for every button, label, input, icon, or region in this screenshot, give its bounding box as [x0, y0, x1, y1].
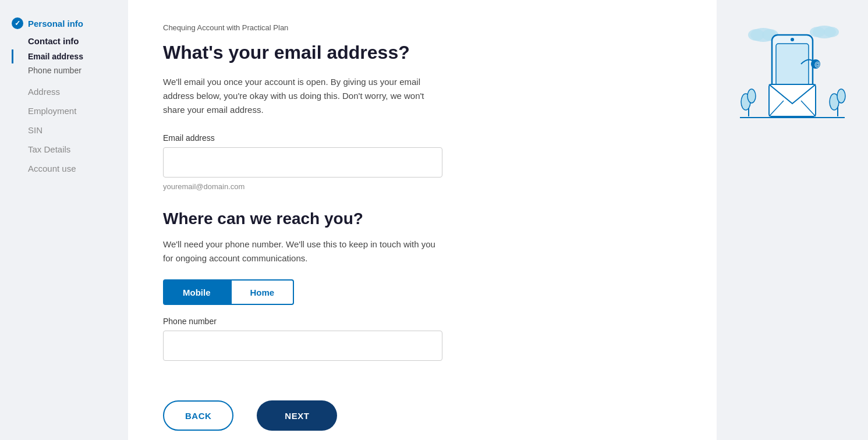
phone-input[interactable] — [163, 331, 442, 361]
svg-point-18 — [837, 89, 845, 103]
svg-point-15 — [747, 89, 756, 103]
email-section-title: What's your email address? — [163, 41, 682, 63]
svg-rect-7 — [776, 44, 809, 90]
svg-text:@: @ — [814, 61, 820, 68]
main-content: Chequing Account with Practical Plan Wha… — [128, 0, 717, 440]
illustration-panel: @ — [717, 0, 868, 440]
phone-section-description: We'll need your phone number. We'll use … — [163, 237, 442, 265]
sidebar-item-account-use[interactable]: Account use — [12, 159, 116, 178]
sidebar-item-sin[interactable]: SIN — [12, 120, 116, 140]
svg-point-5 — [824, 27, 839, 37]
account-use-label: Account use — [28, 164, 76, 173]
phone-number-label: Phone number — [28, 66, 82, 75]
sidebar-subitem-email[interactable]: Email address — [12, 49, 116, 63]
employment-label: Employment — [28, 106, 76, 116]
sidebar-subitem-phone[interactable]: Phone number — [12, 63, 116, 77]
check-icon — [12, 17, 23, 29]
svg-rect-10 — [769, 84, 816, 116]
contact-info-label: Contact info — [12, 36, 116, 46]
tab-mobile-label: Mobile — [183, 288, 211, 297]
sidebar: Personal info Contact info Email address… — [0, 0, 128, 440]
tab-home-label: Home — [250, 288, 275, 297]
next-button[interactable]: NEXT — [257, 400, 337, 431]
personal-info-label: Personal info — [28, 19, 83, 29]
sin-label: SIN — [28, 125, 42, 135]
section-divider — [163, 191, 682, 210]
svg-point-8 — [791, 38, 794, 41]
tab-mobile[interactable]: Mobile — [163, 279, 231, 305]
sidebar-item-address[interactable]: Address — [12, 82, 116, 101]
tax-details-label: Tax Details — [28, 144, 70, 154]
svg-point-4 — [810, 27, 825, 37]
tab-home[interactable]: Home — [231, 279, 295, 305]
account-type-label: Chequing Account with Practical Plan — [163, 23, 682, 32]
email-hint: youremail@domain.com — [163, 182, 682, 191]
email-section-description: We'll email you once your account is ope… — [163, 75, 442, 117]
email-illustration: @ — [734, 17, 851, 134]
phone-tab-group: Mobile Home — [163, 279, 682, 305]
back-label: BACK — [185, 411, 211, 421]
sidebar-item-personal[interactable]: Personal info — [12, 17, 116, 29]
email-address-label: Email address — [28, 52, 83, 61]
bottom-nav: BACK NEXT — [163, 389, 682, 431]
email-input[interactable] — [163, 147, 442, 178]
back-button[interactable]: BACK — [163, 400, 233, 431]
sidebar-item-tax-details[interactable]: Tax Details — [12, 140, 116, 159]
phone-section-title: Where can we reach you? — [163, 210, 682, 228]
address-label: Address — [28, 87, 60, 97]
email-field-label: Email address — [163, 133, 682, 143]
next-label: NEXT — [285, 411, 309, 421]
sidebar-contact-info: Contact info Email address Phone number — [12, 36, 116, 77]
sidebar-item-employment[interactable]: Employment — [12, 101, 116, 120]
phone-field-label: Phone number — [163, 317, 682, 326]
svg-point-1 — [748, 29, 764, 41]
